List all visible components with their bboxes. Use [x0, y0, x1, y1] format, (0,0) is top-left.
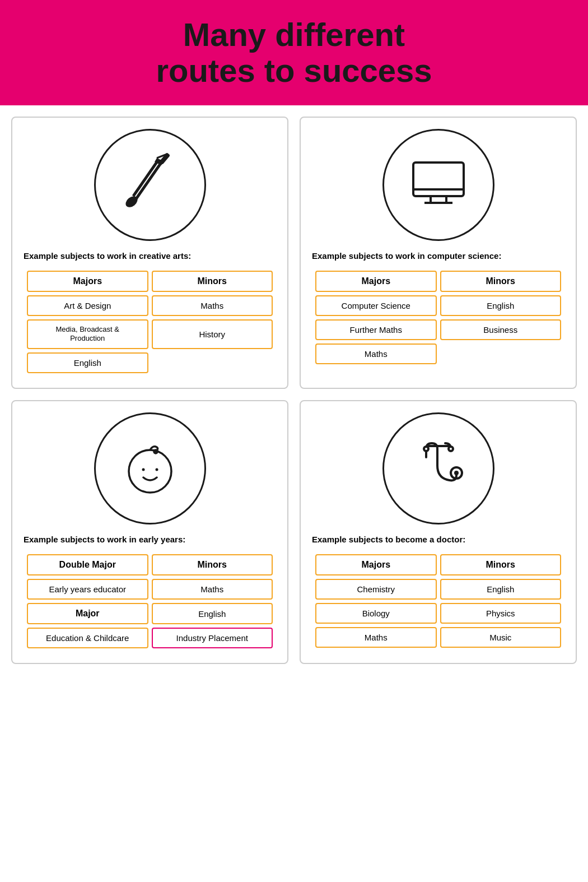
table-row: Further Maths	[315, 319, 437, 340]
svg-point-20	[449, 447, 453, 451]
card-creative-arts: Example subjects to work in creative art…	[11, 117, 288, 389]
table-row: Biology	[315, 603, 437, 624]
table-row: Art & Design	[27, 295, 148, 316]
creative-arts-icon-circle	[94, 129, 206, 241]
svg-rect-6	[413, 163, 464, 196]
svg-point-15	[454, 471, 459, 475]
ey-col-minor: Minors	[152, 554, 273, 575]
card-early-years: Example subjects to work in early years:…	[11, 400, 288, 664]
early-years-table: Double Major Minors Early years educator…	[24, 551, 276, 652]
table-row-empty	[152, 352, 273, 373]
cs-col-major: Majors	[315, 271, 437, 292]
page-title: Many different routes to success	[22, 17, 566, 89]
table-row: History	[152, 319, 273, 350]
doc-col-minor: Minors	[440, 554, 562, 575]
computer-science-subtitle: Example subjects to work in computer sci…	[312, 251, 501, 261]
computer-science-icon-circle	[382, 129, 494, 241]
svg-line-0	[136, 163, 161, 199]
baby-icon	[116, 435, 184, 502]
table-row: Physics	[440, 603, 562, 624]
svg-point-10	[129, 450, 171, 493]
svg-point-19	[424, 447, 428, 451]
table-row: English	[440, 295, 562, 316]
table-row: Media, Broadcast &Production	[27, 319, 148, 350]
table-row: Computer Science	[315, 295, 437, 316]
card-computer-science: Example subjects to work in computer sci…	[300, 117, 577, 389]
svg-point-12	[155, 468, 158, 471]
monitor-icon	[405, 151, 472, 219]
table-row-empty	[440, 343, 562, 364]
table-row: Music	[440, 627, 562, 648]
table-row-industry-placement: Industry Placement	[152, 628, 273, 648]
svg-point-11	[142, 468, 144, 471]
table-row: English	[440, 579, 562, 600]
table-row: English	[152, 603, 273, 624]
creative-arts-col-minor: Minors	[152, 271, 273, 292]
stethoscope-icon	[405, 435, 472, 502]
table-row: Chemistry	[315, 579, 437, 600]
doc-col-major: Majors	[315, 554, 437, 575]
table-row: Business	[440, 319, 562, 340]
ey-col-major: Double Major	[27, 554, 148, 575]
table-row: Maths	[315, 343, 437, 364]
early-years-subtitle: Example subjects to work in early years:	[24, 535, 185, 544]
header: Many different routes to success	[0, 0, 588, 105]
creative-arts-subtitle: Example subjects to work in creative art…	[24, 251, 191, 261]
table-row: Maths	[152, 295, 273, 316]
doctor-icon-circle	[382, 412, 494, 524]
table-row: English	[27, 352, 148, 373]
doctor-table: Majors Minors Chemistry English Biology …	[312, 551, 564, 651]
card-doctor: Example subjects to become a doctor: Maj…	[300, 400, 577, 664]
cs-col-minor: Minors	[440, 271, 562, 292]
svg-line-1	[133, 160, 158, 196]
table-row: Education & Childcare	[27, 628, 148, 648]
computer-science-table: Majors Minors Computer Science English F…	[312, 267, 564, 368]
table-row: Maths	[152, 579, 273, 600]
paintbrush-icon	[116, 151, 184, 219]
table-row: Early years educator	[27, 579, 148, 600]
table-row: Maths	[315, 627, 437, 648]
table-row: Major	[27, 603, 148, 624]
creative-arts-col-major: Majors	[27, 271, 148, 292]
cards-grid: Example subjects to work in creative art…	[0, 105, 588, 676]
early-years-icon-circle	[94, 412, 206, 524]
creative-arts-table: Majors Minors Art & Design Maths Media, …	[24, 267, 276, 377]
doctor-subtitle: Example subjects to become a doctor:	[312, 535, 465, 544]
